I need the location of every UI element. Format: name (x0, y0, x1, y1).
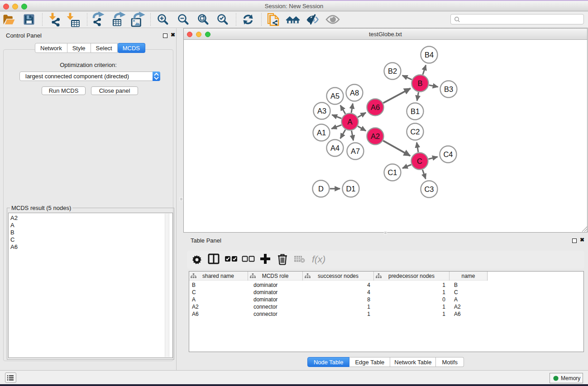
svg-text:C2: C2 (410, 128, 420, 136)
svg-text:A8: A8 (350, 89, 359, 97)
svg-text:B4: B4 (425, 51, 434, 59)
svg-text:A5: A5 (330, 92, 339, 100)
svg-text:A2: A2 (371, 132, 380, 140)
svg-text:A3: A3 (317, 107, 326, 115)
svg-text:A6: A6 (371, 103, 380, 111)
svg-text:C3: C3 (424, 185, 434, 193)
svg-text:B3: B3 (444, 85, 453, 93)
svg-text:A: A (347, 118, 352, 126)
svg-text:B: B (417, 79, 422, 87)
svg-text:A4: A4 (330, 144, 339, 152)
svg-text:C4: C4 (443, 150, 453, 158)
svg-text:D: D (318, 185, 324, 193)
svg-text:C: C (417, 157, 422, 165)
svg-text:A7: A7 (351, 147, 360, 155)
svg-text:A1: A1 (317, 129, 326, 137)
svg-text:C1: C1 (387, 168, 397, 176)
svg-text:B2: B2 (388, 67, 397, 75)
svg-text:f(x): f(x) (312, 254, 325, 264)
svg-text:D1: D1 (346, 185, 355, 193)
svg-text:B1: B1 (411, 107, 420, 115)
